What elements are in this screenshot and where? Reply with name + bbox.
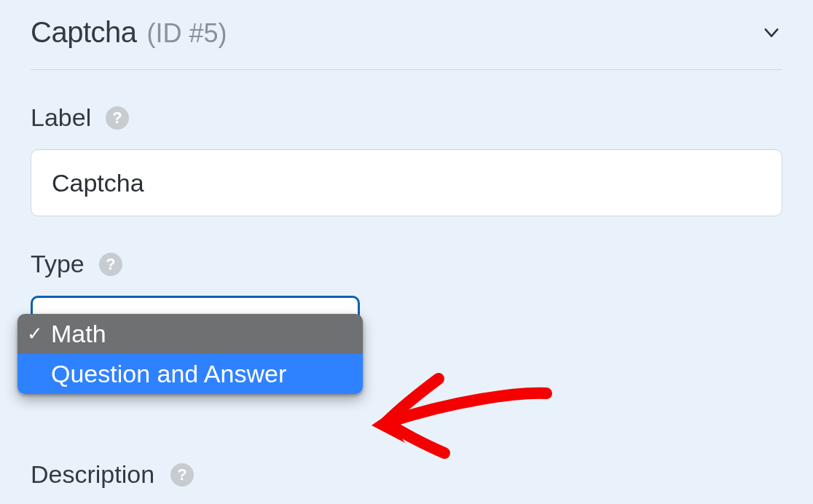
field-type-block: Type ? ✓ Math Question and Answer [31,250,782,329]
check-icon: ✓ [25,323,45,345]
chevron-down-icon[interactable] [761,22,782,44]
description-field-label: Description [31,460,154,489]
type-dropdown: ✓ Math Question and Answer [17,314,363,394]
dropdown-option-question-and-answer[interactable]: Question and Answer [17,354,363,394]
help-icon[interactable]: ? [170,463,194,487]
dropdown-option-math[interactable]: ✓ Math [17,314,363,354]
svg-text:?: ? [106,255,115,273]
section-id-tag: (ID #5) [146,18,227,49]
svg-text:?: ? [177,465,186,484]
help-icon[interactable]: ? [106,106,129,130]
annotation-arrow [351,350,584,466]
field-description-block: Description ? [31,460,194,489]
help-icon[interactable]: ? [99,253,122,276]
dropdown-option-label: Question and Answer [51,360,286,388]
svg-text:?: ? [112,109,122,127]
type-field-label: Type [31,250,85,278]
section-header[interactable]: Captcha (ID #5) [31,16,782,70]
label-field-label: Label [31,103,91,132]
dropdown-option-label: Math [51,320,106,348]
label-input[interactable] [31,149,782,216]
field-label-block: Label ? [31,103,782,216]
section-title: Captcha [31,16,136,49]
